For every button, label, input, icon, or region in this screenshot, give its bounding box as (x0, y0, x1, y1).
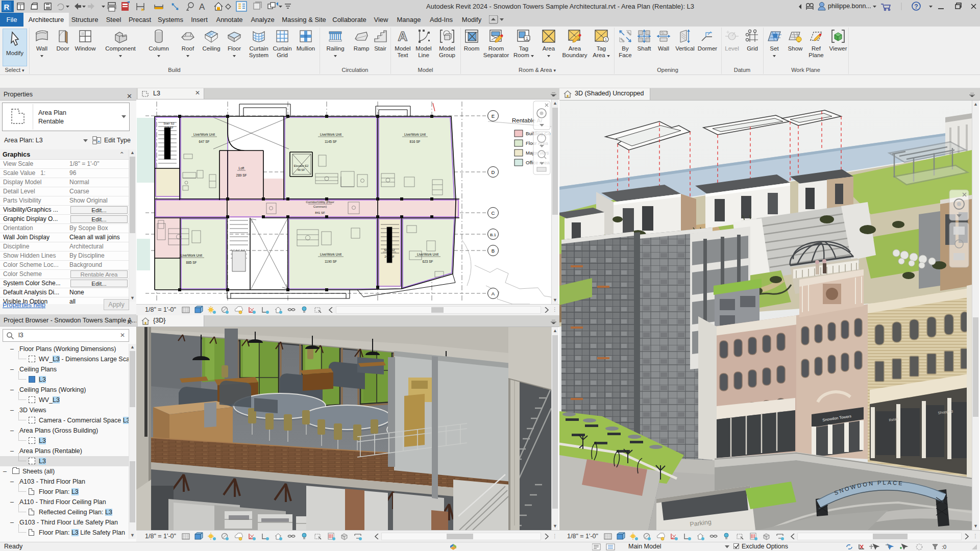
svg-text:A: A (199, 2, 205, 12)
svg-text:1145 SF: 1145 SF (325, 140, 337, 143)
svg-text:647 SF: 647 SF (199, 140, 210, 143)
svg-text:B.1: B.1 (490, 233, 497, 237)
svg-text:Live/Work Unit: Live/Work Unit (193, 133, 215, 136)
svg-text:A: A (492, 291, 495, 296)
svg-text:Elevator E2: Elevator E2 (294, 164, 308, 167)
svg-text:49 SF: 49 SF (298, 168, 305, 171)
svg-text:Live/Work Unit: Live/Work Unit (181, 254, 202, 257)
svg-text:885 SF: 885 SF (186, 261, 197, 264)
svg-text:244 SF: 244 SF (384, 255, 395, 258)
svg-text:1: 1 (526, 36, 528, 41)
svg-text:623 SF: 623 SF (423, 260, 433, 263)
svg-text:Common): Common) (313, 205, 327, 208)
svg-text:D: D (492, 169, 495, 175)
svg-text:Live/Work Unit: Live/Work Unit (320, 253, 341, 256)
svg-text:Stair S2: Stair S2 (384, 248, 395, 252)
svg-text:E: E (492, 113, 495, 119)
svg-text:289 SF: 289 SF (236, 173, 247, 177)
svg-text::0: :0 (942, 544, 946, 550)
svg-text:B: B (492, 248, 495, 254)
svg-text:C: C (492, 210, 495, 216)
svg-text:1190 SF: 1190 SF (325, 260, 337, 263)
svg-text:Stair S2: Stair S2 (163, 122, 175, 125)
svg-text:A: A (398, 29, 408, 44)
svg-text:Loft: Loft (239, 166, 244, 170)
svg-text:Live/Work Unit: Live/Work Unit (417, 253, 438, 256)
svg-text:Live/Work Unit: Live/Work Unit (404, 133, 426, 136)
svg-text:841 SF: 841 SF (315, 211, 325, 214)
svg-text:Corridor/Utility (Floor: Corridor/Utility (Floor (306, 201, 334, 204)
svg-text:1: 1 (605, 37, 607, 42)
svg-text:816 SF: 816 SF (410, 140, 421, 143)
svg-text:248 SF: 248 SF (164, 126, 174, 129)
svg-text:R: R (4, 3, 10, 11)
svg-text:Live/Work Unit: Live/Work Unit (320, 133, 341, 136)
svg-text:?: ? (914, 3, 918, 10)
